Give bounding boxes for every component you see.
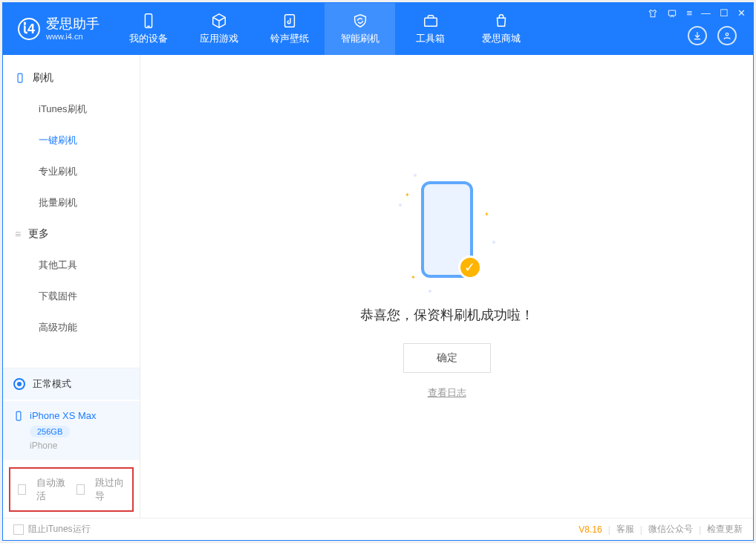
- phone-icon: [140, 13, 157, 29]
- svg-rect-7: [16, 412, 21, 420]
- phone-illustration: ✦✦✦ ✓: [399, 174, 495, 293]
- phone-outline-icon: [15, 73, 25, 83]
- nav-tab-toolbox[interactable]: 工具箱: [395, 3, 466, 55]
- logo-block: ἰ4 爱思助手 www.i4.cn: [3, 17, 113, 41]
- checkbox-row-highlight: 自动激活 跳过向导: [9, 467, 134, 512]
- capacity-badge: 256GB: [30, 426, 70, 438]
- sidebar-item-other-tools[interactable]: 其他工具: [3, 250, 140, 281]
- nav-label: 智能刷机: [341, 32, 379, 45]
- music-icon: [281, 13, 298, 29]
- nav-label: 爱思商城: [482, 32, 521, 45]
- nav-label: 铃声壁纸: [270, 32, 309, 45]
- svg-rect-5: [669, 10, 676, 15]
- nav-tabs: 我的设备 应用游戏 铃声壁纸 智能刷机 工具箱 爱思商城: [113, 3, 688, 55]
- device-phone-icon: [13, 411, 24, 421]
- app-window: ἰ4 爱思助手 www.i4.cn 我的设备 应用游戏 铃声壁纸 智能刷机: [2, 2, 754, 541]
- status-link-wechat[interactable]: 微信公众号: [648, 523, 693, 536]
- status-link-update[interactable]: 检查更新: [707, 523, 743, 536]
- close-icon[interactable]: ✕: [737, 7, 746, 19]
- nav-label: 我的设备: [129, 32, 168, 45]
- nav-tab-store[interactable]: 爱思商城: [466, 3, 536, 55]
- block-itunes-label: 阻止iTunes运行: [28, 523, 91, 536]
- nav-tab-my-device[interactable]: 我的设备: [113, 3, 183, 55]
- view-log-link[interactable]: 查看日志: [428, 386, 466, 400]
- mode-label: 正常模式: [33, 377, 71, 391]
- refresh-shield-icon: [352, 13, 368, 29]
- sidebar-section-flash: 刷机: [3, 62, 140, 94]
- device-name: iPhone XS Max: [30, 410, 97, 421]
- menu-icon[interactable]: ≡: [686, 7, 692, 19]
- nav-label: 应用游戏: [200, 32, 238, 45]
- mode-strip[interactable]: 正常模式: [3, 368, 140, 400]
- sidebar-item-advanced[interactable]: 高级功能: [3, 312, 140, 343]
- nav-tab-ringtones[interactable]: 铃声壁纸: [254, 3, 325, 55]
- user-icon[interactable]: [717, 26, 737, 45]
- svg-point-4: [726, 33, 729, 36]
- sidebar-item-pro-flash[interactable]: 专业刷机: [3, 156, 140, 187]
- app-name: 爱思助手: [46, 17, 100, 32]
- svg-rect-3: [424, 18, 437, 26]
- nav-label: 工具箱: [416, 32, 445, 45]
- ok-button[interactable]: 确定: [403, 343, 491, 373]
- app-url: www.i4.cn: [46, 32, 100, 41]
- mode-dot-icon: [13, 378, 25, 390]
- sidebar-section-more: ≡ 更多: [3, 218, 140, 250]
- chk-skip-guide-label: 跳过向导: [95, 476, 125, 503]
- nav-tab-flash[interactable]: 智能刷机: [325, 3, 395, 55]
- feedback-icon[interactable]: [667, 8, 677, 19]
- chk-auto-activate-label: 自动激活: [36, 476, 66, 503]
- device-type: iPhone: [30, 440, 129, 451]
- main-content: ✦✦✦ ✓ 恭喜您，保资料刷机成功啦！ 确定 查看日志: [140, 55, 753, 518]
- checkbox-block-itunes[interactable]: [13, 524, 24, 535]
- device-strip[interactable]: iPhone XS Max 256GB iPhone: [3, 401, 140, 460]
- success-message: 恭喜您，保资料刷机成功啦！: [360, 306, 534, 324]
- sidebar-item-one-click-flash[interactable]: 一键刷机: [3, 125, 140, 156]
- version-label: V8.16: [579, 524, 602, 535]
- svg-rect-2: [284, 15, 294, 27]
- download-icon[interactable]: [688, 26, 707, 45]
- minimize-icon[interactable]: —: [701, 7, 711, 19]
- checkbox-auto-activate[interactable]: [18, 484, 26, 495]
- store-icon: [493, 13, 509, 29]
- maximize-icon[interactable]: ☐: [720, 7, 729, 19]
- status-link-support[interactable]: 客服: [616, 523, 634, 536]
- nav-tab-apps[interactable]: 应用游戏: [183, 3, 254, 55]
- list-icon: ≡: [15, 228, 21, 240]
- sidebar-item-itunes-flash[interactable]: iTunes刷机: [3, 94, 140, 125]
- checkbox-skip-guide[interactable]: [76, 484, 85, 495]
- svg-rect-0: [145, 14, 151, 27]
- svg-rect-6: [18, 74, 22, 82]
- cube-icon: [211, 13, 227, 29]
- sidebar-item-batch-flash[interactable]: 批量刷机: [3, 187, 140, 218]
- sidebar-item-download-firmware[interactable]: 下载固件: [3, 281, 140, 312]
- titlebar: ἰ4 爱思助手 www.i4.cn 我的设备 应用游戏 铃声壁纸 智能刷机: [3, 3, 753, 55]
- app-logo-icon: ἰ4: [18, 18, 40, 40]
- toolbox-icon: [423, 13, 439, 29]
- success-check-icon: ✓: [458, 256, 482, 279]
- statusbar: 阻止iTunes运行 V8.16 | 客服 | 微信公众号 | 检查更新: [3, 518, 753, 540]
- body-area: 刷机 iTunes刷机 一键刷机 专业刷机 批量刷机 ≡ 更多 其他工具 下载固…: [3, 55, 753, 518]
- sidebar: 刷机 iTunes刷机 一键刷机 专业刷机 批量刷机 ≡ 更多 其他工具 下载固…: [3, 55, 140, 518]
- section-label: 刷机: [33, 71, 53, 85]
- window-controls: ≡ — ☐ ✕: [648, 7, 746, 19]
- section-label: 更多: [28, 227, 49, 241]
- shirt-icon[interactable]: [648, 8, 658, 19]
